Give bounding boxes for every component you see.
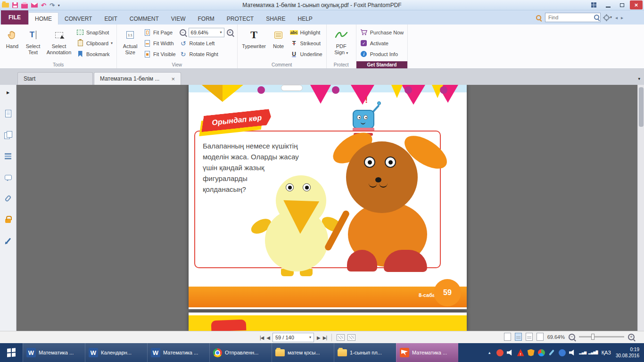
- fit-visible-button[interactable]: Fit Visible: [141, 49, 177, 58]
- tab-comment[interactable]: COMMENT: [124, 13, 165, 25]
- page-thumbnails-panel-button[interactable]: [4, 131, 12, 139]
- taskbar-app-chrome[interactable]: Отправленн...: [209, 343, 272, 362]
- previous-page-button[interactable]: ◀: [266, 335, 270, 340]
- print-icon[interactable]: [21, 1, 28, 9]
- pdf-sign-button[interactable]: PDF Sign ▾: [329, 25, 354, 61]
- tray-antivirus-icon[interactable]: [538, 349, 545, 356]
- email-icon[interactable]: [31, 1, 38, 9]
- taskbar-app-word-3[interactable]: W Математика ...: [147, 343, 209, 362]
- strikeout-button[interactable]: T Strikeout: [289, 39, 324, 48]
- typewriter-button[interactable]: T Typewriter: [239, 25, 269, 61]
- signature-panel-button[interactable]: [4, 237, 12, 245]
- taskbar-app-folder-1[interactable]: матем қосы...: [272, 343, 334, 362]
- zoom-level-combo[interactable]: 69.64% ▾: [189, 28, 224, 37]
- tab-edit[interactable]: EDIT: [98, 13, 123, 25]
- maximize-button[interactable]: [616, 0, 628, 9]
- tab-share[interactable]: SHARE: [260, 13, 291, 25]
- previous-view-icon[interactable]: [337, 334, 345, 341]
- close-tab-icon[interactable]: ×: [171, 76, 175, 82]
- find-tool-icon[interactable]: [536, 15, 542, 21]
- page-number-combo[interactable]: 59 / 140 ▾: [272, 333, 314, 342]
- actual-size-button[interactable]: 1:1 Actual Size: [119, 25, 141, 61]
- ribbon-display-options-button[interactable]: [587, 0, 600, 9]
- tab-list-dropdown-icon[interactable]: ▾: [638, 76, 640, 81]
- highlight-button[interactable]: abc Highlight: [289, 28, 324, 37]
- product-info-button[interactable]: i Product Info: [358, 49, 406, 58]
- search-icon[interactable]: [594, 14, 600, 20]
- tray-foxit-icon[interactable]: [496, 349, 504, 356]
- note-button[interactable]: Note: [269, 25, 289, 61]
- zoom-slider-thumb[interactable]: [591, 334, 594, 340]
- tray-volume-mixer-icon[interactable]: [507, 349, 514, 356]
- expand-panel-arrow-icon[interactable]: ▶: [4, 88, 12, 97]
- attachments-panel-button[interactable]: [4, 194, 12, 203]
- tray-security-shield-icon[interactable]: [528, 349, 535, 356]
- bookmark-button[interactable]: Bookmark: [74, 49, 115, 58]
- facing-page-view-icon[interactable]: [526, 333, 533, 341]
- close-button[interactable]: ×: [630, 0, 643, 9]
- language-indicator[interactable]: ҚАЗ: [602, 350, 611, 355]
- chevron-right-icon[interactable]: ▸: [621, 15, 623, 20]
- tab-convert[interactable]: CONVERT: [58, 13, 98, 25]
- select-annotation-button[interactable]: Select Annotation: [43, 25, 74, 61]
- save-icon[interactable]: [12, 1, 18, 9]
- zoom-out-button[interactable]: −: [569, 334, 575, 340]
- rotate-left-button[interactable]: ↺ Rotate Left: [178, 39, 235, 48]
- tray-pen-icon[interactable]: [548, 349, 555, 356]
- tab-help[interactable]: HELP: [291, 13, 318, 25]
- taskbar-clock[interactable]: 0:19 30.08.2016: [616, 346, 639, 359]
- redo-icon[interactable]: ↷: [50, 1, 55, 9]
- customize-quick-access-dropdown[interactable]: ▾: [58, 1, 60, 9]
- minimize-button[interactable]: [602, 0, 614, 9]
- tab-protect[interactable]: PROTECT: [221, 13, 260, 25]
- taskbar-app-word-1[interactable]: W Математика ...: [23, 343, 85, 362]
- hand-tool-button[interactable]: Hand: [2, 25, 23, 61]
- zoom-in-icon[interactable]: +: [227, 29, 233, 36]
- tray-java-icon[interactable]: [559, 349, 566, 356]
- activate-button[interactable]: ✓ Activate: [358, 39, 406, 48]
- zoom-out-icon[interactable]: −: [180, 29, 186, 36]
- pdf-next-page[interactable]: [189, 313, 467, 331]
- pdf-page[interactable]: ! Орындап көр Балапанның немесе күшіктің…: [189, 85, 467, 309]
- tab-view[interactable]: VIEW: [165, 13, 192, 25]
- single-page-view-icon[interactable]: [504, 333, 511, 341]
- continuous-facing-view-icon[interactable]: [537, 333, 544, 341]
- find-input[interactable]: [545, 13, 601, 22]
- rotate-right-button[interactable]: ↻ Rotate Right: [178, 49, 235, 58]
- underline-button[interactable]: U Underline: [289, 49, 324, 58]
- tray-performance-icon[interactable]: ▂▄▆: [579, 349, 586, 356]
- tray-audio-icon[interactable]: [569, 349, 576, 356]
- taskbar-app-word-2[interactable]: W Календарн...: [85, 343, 147, 362]
- taskbar-app-folder-2[interactable]: 1-сынып пл...: [334, 343, 396, 362]
- zoom-slider[interactable]: [579, 336, 624, 337]
- tab-start-page[interactable]: Start: [17, 72, 93, 85]
- tray-network-icon[interactable]: ▂▄▆█: [590, 349, 597, 356]
- layers-panel-button[interactable]: [4, 152, 12, 160]
- start-button[interactable]: [0, 343, 23, 362]
- next-page-button[interactable]: ▶: [317, 335, 320, 340]
- taskbar-app-foxit-active[interactable]: Математика ...: [396, 343, 458, 362]
- hidden-icons-chevron[interactable]: ▴: [486, 349, 493, 356]
- vertical-scrollbar[interactable]: [637, 85, 644, 331]
- snapshot-button[interactable]: SnapShot: [74, 28, 115, 37]
- security-panel-button[interactable]: [4, 215, 12, 224]
- clipboard-button[interactable]: Clipboard ▾: [74, 39, 115, 48]
- next-view-icon[interactable]: [347, 334, 355, 341]
- scrollbar-thumb[interactable]: [639, 87, 644, 127]
- tab-home[interactable]: HOME: [28, 12, 58, 25]
- undo-icon[interactable]: ↶: [41, 1, 46, 9]
- tab-file[interactable]: FILE: [1, 10, 28, 25]
- tray-warning-icon[interactable]: !: [517, 349, 524, 356]
- zoom-in-button[interactable]: +: [628, 334, 635, 340]
- bookmarks-panel-button[interactable]: [4, 109, 12, 118]
- fit-width-button[interactable]: Fit Width: [141, 39, 177, 48]
- fit-page-button[interactable]: Fit Page: [141, 28, 177, 37]
- last-page-button[interactable]: ▶|: [323, 335, 327, 340]
- tab-document[interactable]: Математика 1-бөлім ... ×: [94, 72, 181, 85]
- select-text-button[interactable]: T Select Text: [23, 25, 43, 61]
- purchase-now-button[interactable]: Purchase Now: [358, 28, 406, 37]
- open-folder-icon[interactable]: [2, 1, 9, 9]
- comments-panel-button[interactable]: [4, 173, 12, 181]
- first-page-button[interactable]: |◀: [260, 335, 264, 340]
- chevron-left-icon[interactable]: ◂: [615, 15, 618, 20]
